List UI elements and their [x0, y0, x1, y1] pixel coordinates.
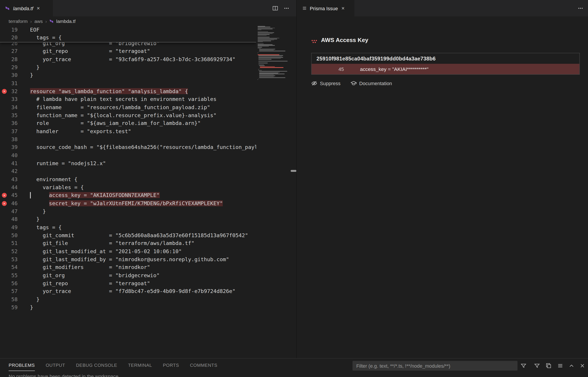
issue-title: AWS Access Key	[321, 37, 369, 43]
code-line-33[interactable]: 33 # lambda have plain text secrets in e…	[0, 95, 256, 103]
code-line-41[interactable]: 41 runtime = "nodejs12.x"	[0, 159, 256, 167]
code-line-19[interactable]: 19EOF	[0, 26, 256, 34]
code-line-43[interactable]: 43 environment {	[0, 175, 256, 183]
code-line-39[interactable]: 39 source_code_hash = "${filebase64sha25…	[0, 143, 256, 151]
chevron-right-icon: ›	[45, 19, 47, 24]
code-editor[interactable]: 26 git_org = "bridgecrewio"27 git_repo =…	[0, 26, 296, 358]
prisma-cloud-icon	[311, 38, 318, 42]
line-number: 56	[0, 279, 18, 287]
minimap-line	[258, 61, 288, 62]
minimap-line	[258, 37, 270, 37]
code-line-44[interactable]: 44 variables = {	[0, 183, 256, 191]
code-line-49[interactable]: 49 tags = {	[0, 224, 256, 231]
minimap-line	[258, 43, 264, 44]
code-line-46[interactable]: ✕46 secret_key = "wJalrXUtnFEMI/K7MDENG/…	[0, 199, 256, 207]
minimap-line	[258, 38, 279, 38]
code-line-30[interactable]: 30}	[0, 71, 256, 79]
sash-drag-handle[interactable]	[291, 170, 297, 172]
minimap-line	[258, 44, 273, 45]
code-line-45[interactable]: ✕45 access_key = "AKIAIOSFODNN7EXAMPLE"	[0, 191, 256, 199]
tab-output[interactable]: OUTPUT	[46, 361, 65, 371]
code-line-29[interactable]: 29 }	[0, 63, 256, 71]
code-text: git_commit = "5c6b5d60a8aa63a5d37e60f151…	[30, 231, 248, 239]
code-line-55[interactable]: 55 git_org = "bridgecrewio"	[0, 271, 256, 279]
more-actions-icon[interactable]	[577, 5, 584, 11]
code-lines[interactable]: 26 git_org = "bridgecrewio"27 git_repo =…	[0, 39, 256, 311]
minimap-line	[258, 40, 274, 40]
split-editor-icon[interactable]	[272, 5, 278, 11]
tab-problems[interactable]: PROBLEMS	[9, 361, 35, 371]
breadcrumb-item-aws[interactable]: aws	[35, 19, 43, 24]
code-line-28[interactable]: 28 yor_trace = "93cfa6f9-a257-40c3-b7dc-…	[0, 55, 256, 63]
more-actions-icon[interactable]	[284, 5, 289, 11]
minimap-line	[258, 57, 283, 58]
suppress-button[interactable]: Suppress	[311, 80, 340, 86]
problems-status-text: No problems have been detected in the wo…	[9, 374, 118, 377]
code-line-53[interactable]: 53 git_last_modified_by = "nimrodkor@use…	[0, 255, 256, 263]
code-line-59[interactable]: 59}	[0, 303, 256, 311]
tab-label: Prisma Issue	[310, 5, 338, 11]
tab-comments[interactable]: COMMENTS	[190, 361, 218, 371]
breadcrumb[interactable]: terraform › aws › lambda.tf	[0, 16, 296, 26]
tab-ports[interactable]: PORTS	[163, 361, 179, 371]
code-line-40[interactable]: 40	[0, 151, 256, 159]
view-as-list-icon[interactable]	[557, 363, 563, 369]
chevron-right-icon: ›	[30, 19, 32, 24]
line-number: 37	[0, 127, 18, 135]
documentation-button[interactable]: Documentation	[351, 80, 392, 86]
code-line-58[interactable]: 58 }	[0, 295, 256, 303]
close-panel-icon[interactable]	[579, 363, 585, 369]
code-line-48[interactable]: 48 }	[0, 215, 256, 224]
code-line-51[interactable]: 51 git_file = "terraform/aws/lambda.tf"	[0, 239, 256, 247]
code-line-47[interactable]: 47 }	[0, 207, 256, 215]
minimap-line	[259, 49, 275, 49]
minimap-line	[259, 73, 278, 73]
code-line-31[interactable]: 31	[0, 79, 256, 87]
code-line-50[interactable]: 50 git_commit = "5c6b5d60a8aa63a5d37e60f…	[0, 231, 256, 239]
maximize-panel-icon[interactable]	[568, 363, 575, 369]
code-line-54[interactable]: 54 git_modifiers = "nimrodkor"	[0, 263, 256, 271]
code-line-34[interactable]: 34 filename = "resources/lambda_function…	[0, 103, 256, 111]
code-line-42[interactable]: 42	[0, 167, 256, 175]
minimap-line	[259, 76, 274, 77]
code-line-32[interactable]: ✕32resource "aws_lambda_function" "analy…	[0, 87, 256, 95]
minimap-line	[259, 72, 280, 72]
code-line-57[interactable]: 57 yor_trace = "f7d8bc47-e5d9-4b09-9d8f-…	[0, 287, 256, 295]
breadcrumb-item-lambda-tf[interactable]: lambda.tf	[56, 19, 76, 24]
minimap-line	[258, 27, 270, 28]
finding-hash: 25910f981e85ca04baf359199dd0bd4a3ae738b6	[311, 53, 579, 64]
code-line-38[interactable]: 38	[0, 135, 256, 143]
tab-lambda-tf[interactable]: lambda.tf ✕	[0, 0, 53, 16]
code-text: git_org = "bridgecrewio"	[30, 271, 160, 279]
close-tab-icon[interactable]: ✕	[341, 6, 345, 11]
code-line-27[interactable]: 27 git_repo = "terragoat"	[0, 47, 256, 55]
line-number: 44	[0, 183, 18, 191]
code-text: resource "aws_lambda_function" "analysis…	[30, 87, 188, 95]
close-tab-icon[interactable]: ✕	[37, 6, 40, 11]
filter-icon[interactable]	[520, 363, 526, 369]
tab-prisma-issue[interactable]: Prisma Issue ✕	[297, 0, 355, 16]
filter-icon[interactable]	[534, 363, 540, 369]
code-line-56[interactable]: 56 git_repo = "terragoat"	[0, 279, 256, 287]
code-line-35[interactable]: 35 function_name = "${local.resource_pre…	[0, 111, 256, 119]
code-text: }	[30, 295, 40, 303]
line-number: 29	[0, 63, 18, 71]
breadcrumb-item-terraform[interactable]: terraform	[9, 19, 28, 24]
line-number: 45	[0, 191, 18, 199]
finding-code-row[interactable]: 45 access_key = "AKIAI**********"	[311, 64, 579, 74]
minimap-line	[259, 76, 275, 76]
problems-filter-input[interactable]	[352, 361, 518, 371]
code-text: git_modifiers = "nimrodkor"	[30, 263, 150, 271]
code-line-36[interactable]: 36 role = "${aws_iam_role.iam_for_lambda…	[0, 119, 256, 127]
tab-terminal[interactable]: TERMINAL	[128, 361, 152, 371]
code-line-52[interactable]: 52 git_last_modified_at = "2021-05-02 10…	[0, 247, 256, 255]
collapse-all-icon[interactable]	[546, 363, 552, 369]
code-line-20[interactable]: 20 tags = {	[0, 34, 256, 42]
issue-actions: Suppress Documentation	[311, 80, 392, 86]
minimap[interactable]	[256, 26, 289, 176]
tab-debug-console[interactable]: DEBUG CONSOLE	[76, 361, 117, 371]
code-area[interactable]: 26 git_org = "bridgecrewio"27 git_repo =…	[0, 26, 256, 358]
code-text: yor_trace = "f7d8bc47-e5d9-4b09-9d8f-e7b…	[30, 287, 236, 295]
graduation-cap-icon	[351, 80, 357, 86]
code-line-37[interactable]: 37 handler = "exports.test"	[0, 127, 256, 135]
